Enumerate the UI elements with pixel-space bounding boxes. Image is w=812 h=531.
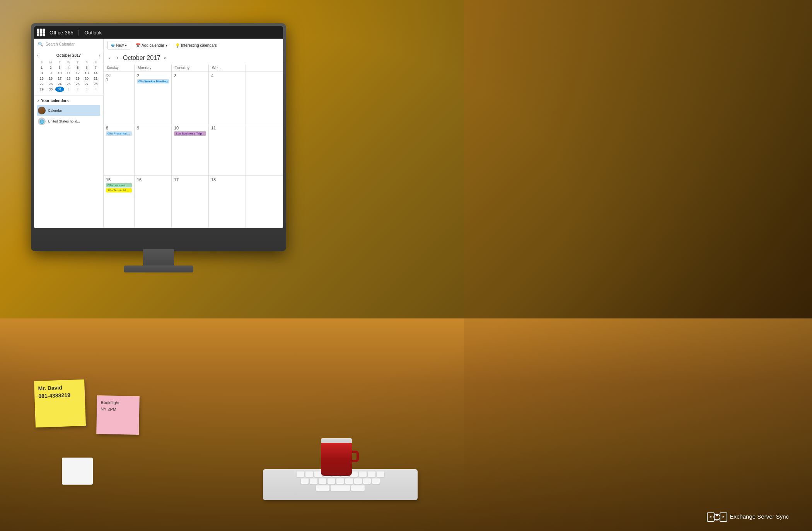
mini-cal-day[interactable]: 2 [73, 87, 82, 92]
key [368, 471, 375, 477]
mini-cal-day[interactable]: 30 [46, 87, 55, 92]
mini-cal-day[interactable]: 6 [82, 65, 91, 70]
month-label: Oct [106, 73, 132, 77]
mini-cal-day[interactable]: 27 [82, 81, 91, 87]
interesting-calendars-button[interactable]: 💡 Interesting calendars [173, 42, 219, 49]
suite-name: Office 365 [49, 30, 73, 36]
search-box[interactable]: 🔍 Search Calendar [34, 39, 103, 50]
mini-cal-day[interactable]: 1 [64, 87, 73, 92]
mini-cal-week: 22 23 24 25 26 27 28 [37, 81, 100, 87]
cal-next-button[interactable]: › [115, 54, 120, 61]
mini-cal-day[interactable]: 10 [55, 70, 64, 76]
mini-cal-day[interactable]: 3 [82, 87, 91, 92]
cal-cell-oct10[interactable]: 10 11a Business Trip [172, 124, 209, 176]
mini-cal-day[interactable]: 2 [46, 65, 55, 70]
table-row: 8 09a Presentation 9 10 11a Business Tri… [104, 124, 283, 176]
mini-cal-day[interactable]: 17 [55, 76, 64, 81]
mini-cal-week: 1 2 3 4 5 6 7 [37, 65, 100, 70]
waffle-icon[interactable] [37, 29, 45, 36]
mini-cal-day[interactable]: 25 [64, 81, 73, 87]
mini-cal-day[interactable]: 8 [37, 70, 46, 76]
cal-cell-oct2[interactable]: 2 09a Weekly Meeting [135, 72, 172, 124]
cal-cell-oct3[interactable]: 3 [172, 72, 209, 124]
day-header-w: W [64, 60, 73, 65]
mini-cal-day[interactable]: 3 [55, 65, 64, 70]
col-header-monday: Monday [135, 64, 172, 71]
mini-cal-day[interactable]: 18 [64, 76, 73, 81]
exchange-branding: E E Exchange Server Sync [706, 510, 789, 523]
mini-cal-day[interactable]: 15 [37, 76, 46, 81]
mini-cal-day[interactable]: 4 [91, 87, 100, 92]
cal-cell-oct1[interactable]: Oct 1 [104, 72, 135, 124]
col-header-sunday: Sunday [104, 64, 135, 71]
mini-cal-day-today[interactable]: 31 [55, 87, 64, 92]
chevron-down-icon: ∧ [37, 99, 39, 102]
avatar [38, 107, 46, 114]
mini-cal-prev[interactable]: ‹ [37, 53, 38, 58]
mini-cal-next[interactable]: › [99, 53, 100, 58]
mini-cal-day[interactable]: 1 [37, 65, 46, 70]
calendar-item-holidays[interactable]: 🌐 United States holid... [37, 116, 100, 127]
mini-cal-day[interactable]: 22 [37, 81, 46, 87]
col-header-wednesday: We... [209, 64, 246, 71]
key [372, 478, 380, 484]
day-number: Oct 1 [106, 73, 132, 82]
mini-cal-day[interactable]: 26 [73, 81, 82, 87]
mini-cal-day[interactable]: 11 [64, 70, 73, 76]
col-header-tuesday: Tuesday [172, 64, 209, 71]
cal-cell-oct11[interactable]: 11 [209, 124, 246, 176]
cal-prev-button[interactable]: ‹ [107, 54, 112, 61]
mini-cal-day[interactable]: 21 [91, 76, 100, 81]
key [305, 471, 313, 477]
event-lectures[interactable]: 09a Lectures [106, 183, 132, 187]
mini-cal-day[interactable]: 12 [73, 70, 82, 76]
mini-cal-day[interactable]: 20 [82, 76, 91, 81]
mini-cal-day[interactable]: 7 [91, 65, 100, 70]
mini-cal-day[interactable]: 23 [46, 81, 55, 87]
mini-cal-day[interactable]: 13 [82, 70, 91, 76]
calendar-month-title: October 2017 [123, 54, 160, 61]
mini-cal-day[interactable]: 9 [46, 70, 55, 76]
monitor-base [124, 266, 193, 272]
event-weekly-meeting[interactable]: 09a Weekly Meeting [137, 79, 169, 83]
calendar-toolbar: ⊕ New ▾ 📅 Add calendar ▾ 💡 Interesting c… [104, 39, 283, 52]
mini-cal-day[interactable]: 14 [91, 70, 100, 76]
cal-cell-oct15[interactable]: 15 09a Lectures 10a Tennis Match [104, 176, 135, 228]
cal-cell-oct18[interactable]: 18 [209, 176, 246, 228]
cal-cell-oct17[interactable]: 17 [172, 176, 209, 228]
key [297, 471, 304, 477]
key [310, 478, 317, 484]
mini-cal-day[interactable]: 4 [64, 65, 73, 70]
sticky-note-text: Mr. David081-4388219 [38, 385, 70, 399]
sidebar: 🔍 Search Calendar ‹ October 2017 › [34, 39, 104, 228]
exchange-icon: E E [706, 510, 726, 523]
mini-cal-day[interactable]: 29 [37, 87, 46, 92]
cal-cell-oct9[interactable]: 9 [135, 124, 172, 176]
event-business-trip[interactable]: 11a Business Trip [174, 131, 206, 136]
mini-cal-header: ‹ October 2017 › [37, 53, 100, 58]
cal-cell-oct16[interactable]: 16 [135, 176, 172, 228]
calendar-item-personal[interactable]: Calendar [37, 105, 100, 116]
cal-cell-oct8[interactable]: 8 09a Presentation [104, 124, 135, 176]
sticky-pink-content: BookflightNY 2PM [96, 395, 140, 435]
mini-cal-day[interactable]: 19 [73, 76, 82, 81]
your-calendars-header[interactable]: ∧ Your calendars [37, 99, 100, 103]
new-button[interactable]: ⊕ New ▾ [107, 41, 130, 49]
day-number: 3 [174, 73, 206, 78]
cal-cell-oct4[interactable]: 4 [209, 72, 246, 124]
search-placeholder: Search Calendar [46, 42, 75, 46]
product-name: Outlook [84, 30, 102, 36]
mini-cal-day[interactable]: 5 [73, 65, 82, 70]
sticky-note-text-pink: BookflightNY 2PM [101, 400, 119, 411]
exchange-server-sync-label: Exchange Server Sync [730, 513, 789, 520]
event-tennis-match[interactable]: 10a Tennis Match [106, 188, 132, 192]
mini-cal-day[interactable]: 28 [91, 81, 100, 87]
calendar-icon: 📅 [136, 43, 140, 48]
mini-cal-day[interactable]: 16 [46, 76, 55, 81]
calendar-name-holidays: United States holid... [48, 119, 80, 123]
month-dropdown-arrow[interactable]: ∨ [164, 56, 166, 60]
event-presentation[interactable]: 09a Presentation [106, 131, 132, 136]
add-calendar-button[interactable]: 📅 Add calendar ▾ [133, 42, 170, 49]
spacebar-key [331, 485, 350, 491]
mini-cal-day[interactable]: 24 [55, 81, 64, 87]
